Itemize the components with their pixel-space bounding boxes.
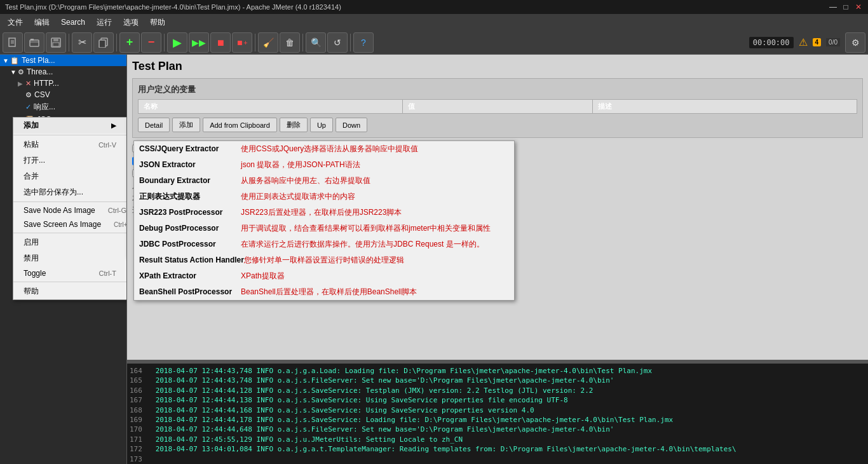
log-line-168: 168 2018-04-07 12:44:44,168 INFO o.a.j.s… [130,406,865,415]
post-css[interactable]: CSS/JQuery Extractor 使用CSS或JQuery选择器语法从服… [134,141,514,157]
post-regex[interactable]: 正则表达式提取器 使用正则表达式提取请求中的内容 [134,189,514,205]
ctx-merge-label: 合并 [24,171,39,182]
ctx-save-partial[interactable]: 选中部分保存为... [13,184,126,200]
ctx-save-node-shortcut: Ctrl-G [108,207,126,214]
log-panel: 164 2018-04-07 12:44:43,748 INFO o.a.j.g… [127,362,868,464]
tree-label: Test Pla... [22,56,55,65]
menu-bar: 文件 编辑 Search 运行 选项 帮助 [0,14,868,31]
time-display: 00:00:00 [749,37,794,48]
sep2 [13,201,126,202]
col-value: 值 [403,100,593,114]
up-btn[interactable]: Up [310,118,333,132]
window-controls: — □ ✕ [829,3,863,11]
ctx-help[interactable]: 帮助 [13,283,126,299]
post-debug-name: Debug PostProcessor [139,224,241,233]
svg-rect-10 [99,40,105,48]
left-panel: ▼ 📋 Test Pla... ▼ ⚙ Threa... ▶ ✕ HTTP...… [0,55,127,464]
right-panel: Test Plan 用户定义的变量 名称 值 描述 Detail 添加 [127,55,868,464]
svg-rect-7 [53,38,58,41]
tree-item-threadgroup[interactable]: ▼ ⚙ Threa... [0,66,126,78]
settings-button[interactable]: ⚙ [845,32,865,53]
assert-icon: ✓ [25,103,31,111]
post-boundary[interactable]: Boundary Extractor 从服务器响应中使用左、右边界提取值 [134,173,514,189]
add-button[interactable]: + [119,32,140,53]
new-button[interactable] [3,32,23,53]
run-all-button[interactable]: ▶▶ [189,32,209,53]
tree-item-csv[interactable]: ▶ ⚙ CSV [0,89,126,100]
post-json-name: JSON Extractor [139,160,241,169]
ctx-merge[interactable]: 合并 [13,168,126,184]
menu-file[interactable]: 文件 [3,16,28,29]
menu-run[interactable]: 运行 [92,16,117,29]
log-line-171: 171 2018-04-07 12:45:55,129 INFO o.a.j.u… [130,435,865,444]
post-xpath-desc: XPath提取器 [241,271,285,282]
maximize-btn[interactable]: □ [841,3,850,11]
page-title: Test Plan [132,60,863,73]
post-jsr223[interactable]: JSR223 PostProcessor JSR223后置处理器，在取样后使用J… [134,205,514,221]
menu-help[interactable]: 帮助 [145,16,170,29]
ctx-paste[interactable]: 粘贴 Ctrl-V [13,137,126,153]
close-btn[interactable]: ✕ [854,3,863,11]
action-buttons: Detail 添加 Add from Clipboard 删除 Up Down [138,118,857,132]
post-regex-desc: 使用正则表达式提取请求中的内容 [241,191,355,202]
ctx-toggle-shortcut: Ctrl-T [99,270,117,277]
post-beanshell[interactable]: BeanShell PostProcessor BeanShell后置处理器，在… [134,284,514,300]
post-beanshell-desc: BeanShell后置处理器，在取样后使用BeanShell脚本 [241,287,417,297]
sep4 [13,282,126,282]
ctx-disable[interactable]: 禁用 [13,250,126,266]
tree-item-assert[interactable]: ▶ ✓ 响应... [0,100,126,114]
menu-edit[interactable]: 编辑 [29,16,55,29]
menu-search[interactable]: Search [56,17,90,28]
clear-all-button[interactable]: 🗑 [280,32,300,53]
ctx-enable[interactable]: 启用 [13,235,126,250]
save-button[interactable] [46,32,66,53]
post-jdbc[interactable]: JDBC PostProcessor 在请求运行之后进行数据库操作。使用方法与J… [134,236,514,252]
post-css-desc: 使用CSS或JQuery选择器语法从服务器响应中提取值 [241,144,418,154]
ctx-save-node-img[interactable]: Save Node As Image Ctrl-G [13,203,126,217]
down-btn[interactable]: Down [336,118,367,132]
user-vars-title: 用户定义的变量 [138,84,857,95]
help-button[interactable]: ? [353,32,374,53]
delete-btn[interactable]: 删除 [280,118,308,132]
warning-count: 4 [813,38,822,46]
tree-label: Threa... [27,67,53,76]
cut-button[interactable]: ✂ [72,32,92,53]
add-row-btn[interactable]: 添加 [172,118,200,132]
ctx-toggle[interactable]: Toggle Ctrl-T [13,266,126,280]
stop-all-button[interactable]: ⏹+ [232,32,252,53]
user-vars-table: 名称 值 描述 [138,99,857,114]
copy-button[interactable] [93,32,114,53]
add-clipboard-btn[interactable]: Add from Clipboard [203,118,277,132]
svg-rect-4 [30,40,39,46]
ctx-add[interactable]: 添加 ▶ [13,118,126,133]
post-result-name: Result Status Action Handler [139,256,244,264]
post-debug[interactable]: Debug PostProcessor 用于调试提取，结合查看结果树可以看到取样… [134,221,514,236]
post-json[interactable]: JSON Extractor json 提取器，使用JSON-PATH语法 [134,157,514,173]
run-button[interactable]: ▶ [167,32,187,53]
ctx-open[interactable]: 打开... [13,153,126,168]
expand-icon: ▶ [18,80,24,87]
menu-options[interactable]: 选项 [118,16,144,29]
log-line-169: 169 2018-04-07 12:44:44,178 INFO o.a.j.s… [130,415,865,425]
svg-rect-5 [31,39,34,41]
testplan-icon: 📋 [10,57,19,65]
stop-button[interactable]: ⏹ [210,32,231,53]
ctx-paste-shortcut: Ctrl-V [98,141,116,149]
detail-btn[interactable]: Detail [138,118,170,132]
post-xpath[interactable]: XPath Extractor XPath提取器 [134,268,514,284]
open-button[interactable] [24,32,44,53]
search-button[interactable]: 🔍 [306,32,326,53]
minimize-btn[interactable]: — [829,3,837,11]
remove-button[interactable]: − [141,32,161,53]
clear-button[interactable]: 🧹 [258,32,278,53]
title-bar: Test Plan.jmx (D:\Program Files\jmeter\a… [0,0,868,14]
ctx-save-screen-img-label: Save Screen As Image [24,220,101,229]
tree-item-testplan[interactable]: ▼ 📋 Test Pla... [0,55,126,66]
tree-item-http[interactable]: ▶ ✕ HTTP... [0,78,126,89]
context-menu: 添加 ▶ 粘贴 Ctrl-V 打开... 合并 选中部分保存为... Save … [13,117,127,300]
reset-button[interactable]: ↺ [327,32,348,53]
sep5 [302,34,303,51]
post-css-name: CSS/JQuery Extractor [139,144,241,153]
ctx-save-screen-img[interactable]: Save Screen As Image Ctrl+Shift-G [13,217,126,231]
post-result[interactable]: Result Status Action Handler 您修针对单一取样器设置… [134,252,514,268]
